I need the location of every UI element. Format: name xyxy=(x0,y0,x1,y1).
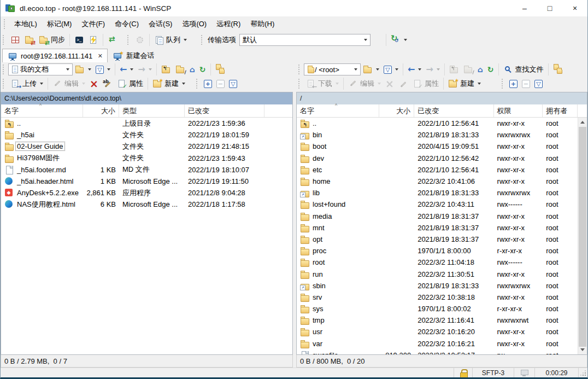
file-row[interactable]: proc 1970/1/1 8:00:00 r-xr-xr-x root xyxy=(297,245,578,256)
local-open-directory-button[interactable] xyxy=(73,62,93,77)
synchronize-button[interactable]: ⇄同步 xyxy=(37,33,67,47)
file-row[interactable]: .. 2022/1/10 12:56:41 rwxr-xr-x root xyxy=(297,118,578,129)
file-row[interactable]: 02-User Guide 文件夹 2022/1/19 21:48:15 xyxy=(1,141,292,152)
transfer-settings-button[interactable]: ↻↺ xyxy=(389,33,409,47)
remote-rename-button[interactable] xyxy=(396,77,410,91)
remote-select-filter-button[interactable]: ▽ xyxy=(532,77,545,91)
compare-directories-button[interactable]: ⇄ xyxy=(22,33,37,47)
remote-edit-button[interactable]: 编辑 xyxy=(346,77,383,91)
local-root-directory-button[interactable]: ∕ xyxy=(173,62,187,77)
maximize-button[interactable]: □ xyxy=(537,0,562,16)
remote-location-select[interactable]: / <root> xyxy=(304,63,361,75)
file-row[interactable]: Hi3798M固件 文件夹 2022/1/23 1:59:43 xyxy=(1,153,292,164)
menu-help[interactable]: 帮助(H) xyxy=(245,17,279,31)
file-row[interactable]: swapfile 819,200 2022/3/2 10:52:17 rw---… xyxy=(297,349,578,354)
file-row[interactable]: _h5ai 文件夹 2022/1/19 18:01:59 xyxy=(1,129,292,141)
file-row[interactable]: bin 2021/8/19 18:31:33 rwxrwxrwx root xyxy=(297,129,578,141)
remote-properties-button[interactable]: ✓属性 xyxy=(410,77,441,91)
file-row[interactable]: etc 2022/1/10 12:56:41 rwxr-xr-x root xyxy=(297,164,578,176)
file-row[interactable]: sbin 2021/8/19 18:31:33 rwxrwxrwx root xyxy=(297,280,578,291)
file-row[interactable]: opt 2021/8/19 18:31:37 rwxr-xr-x root xyxy=(297,234,578,245)
file-row[interactable]: media 2021/8/19 18:31:37 rwxr-xr-x root xyxy=(297,211,578,222)
settings-button[interactable] xyxy=(133,33,147,47)
file-row[interactable]: usr 2022/3/2 10:16:20 rwxr-xr-x root xyxy=(297,326,578,337)
remote-select-remove-button[interactable]: − xyxy=(520,77,532,91)
local-header-type[interactable]: 类型 xyxy=(119,104,185,117)
menu-grip[interactable] xyxy=(4,19,7,29)
close-button[interactable]: × xyxy=(562,0,587,16)
local-delete-button[interactable]: × xyxy=(87,77,101,91)
remote-root-directory-button[interactable]: ∕ xyxy=(461,62,475,77)
tab-session[interactable]: root@192.168.111.141 × xyxy=(2,49,108,62)
refresh-session-button[interactable]: ⇄ xyxy=(105,33,120,47)
remote-new-button[interactable]: ★新建 xyxy=(446,77,483,91)
file-row[interactable]: home 2022/3/2 10:41:06 rwxr-xr-x root xyxy=(297,176,578,187)
scroll-thumb[interactable] xyxy=(579,127,586,347)
local-path-bar[interactable]: C:\Users\ecoo\Documents\dl.ecoo.top\ xyxy=(1,92,292,104)
local-select-add-button[interactable]: + xyxy=(202,77,214,91)
local-edit-button[interactable]: 编辑 xyxy=(50,77,87,91)
local-select-remove-button[interactable]: − xyxy=(214,77,227,91)
file-row[interactable]: srv 2022/3/2 10:38:18 rwxr-xr-x root xyxy=(297,291,578,303)
file-row[interactable]: var 2022/3/2 10:16:21 rwxr-xr-x root xyxy=(297,338,578,349)
file-row[interactable]: mnt 2021/8/19 18:31:37 rwxr-xr-x root xyxy=(297,222,578,234)
local-parent-directory-button[interactable]: ↰ xyxy=(159,62,173,77)
remote-path-bar[interactable]: / xyxy=(297,92,587,104)
local-properties-button[interactable]: ✓属性 xyxy=(115,77,145,91)
file-row[interactable]: _h5ai.header.html 1 KB Microsoft Edge ..… xyxy=(1,176,292,187)
queue-button[interactable]: 队列 xyxy=(152,33,189,47)
remote-refresh-button[interactable]: ↻ xyxy=(485,62,496,77)
menu-file[interactable]: 文件(F) xyxy=(77,17,110,31)
scroll-up-icon[interactable] xyxy=(578,118,587,127)
remote-home-button[interactable]: ⌂ xyxy=(475,62,485,77)
toolbar-grip[interactable] xyxy=(3,35,5,45)
layout-button[interactable] xyxy=(8,33,22,47)
menu-mark[interactable]: 标记(M) xyxy=(42,17,77,31)
file-row[interactable]: lib 2021/8/19 18:31:33 rwxrwxrwx root xyxy=(297,187,578,199)
file-row[interactable]: _h5ai.footer.md 1 KB MD 文件 2022/1/19 18:… xyxy=(1,164,292,176)
menu-remote[interactable]: 远程(R) xyxy=(211,17,245,31)
remote-header-size[interactable]: 大小 xyxy=(379,104,414,117)
local-back-button[interactable]: ← xyxy=(117,62,136,77)
remote-header-changed[interactable]: 已改变 xyxy=(414,104,493,117)
remote-scrollbar[interactable] xyxy=(578,118,587,354)
transfer-profile-select[interactable]: 默认 xyxy=(239,34,371,46)
console-command-button[interactable] xyxy=(86,33,101,47)
resize-grip[interactable] xyxy=(579,368,587,377)
local-location-select[interactable]: 我的文档 xyxy=(8,63,73,75)
remote-delete-button[interactable]: × xyxy=(383,77,396,91)
file-row[interactable]: .. 上级目录 2022/1/23 1:59:36 xyxy=(1,118,292,129)
remote-select-add-button[interactable]: + xyxy=(507,77,520,91)
local-home-button[interactable]: ⌂ xyxy=(187,62,197,77)
tab-new-session[interactable]: ★ 新建会话 xyxy=(108,49,159,62)
remote-parent-directory-button[interactable]: ↰ xyxy=(447,62,461,77)
remote-back-button[interactable]: ← xyxy=(405,62,424,77)
file-row[interactable]: run 2022/3/2 11:30:51 rwxr-xr-x root xyxy=(297,268,578,279)
find-files-button[interactable]: 查找文件 xyxy=(501,62,546,77)
local-select-filter-button[interactable]: ▽ xyxy=(227,77,239,91)
menu-commands[interactable]: 命令(C) xyxy=(110,17,144,31)
file-row[interactable]: lost+found 2022/3/2 10:43:11 rwx------ r… xyxy=(297,199,578,210)
tab-close-icon[interactable]: × xyxy=(98,51,102,60)
file-row[interactable]: dev 2022/1/10 12:56:42 rwxr-xr-x root xyxy=(297,153,578,164)
local-new-button[interactable]: ★新建 xyxy=(150,77,187,91)
file-row[interactable]: AnyDesk+5.2.2.exe 2,861 KB 应用程序 2021/12/… xyxy=(1,187,292,199)
scroll-down-icon[interactable] xyxy=(578,345,587,354)
file-row[interactable]: tmp 2022/3/2 11:16:41 rwxrwxrwt root xyxy=(297,314,578,326)
menu-local[interactable]: 本地(L) xyxy=(9,17,42,31)
local-rename-button[interactable]: ab xyxy=(101,77,115,91)
local-forward-button[interactable]: → xyxy=(136,62,154,77)
local-follow-symlinks-button[interactable] xyxy=(213,62,227,77)
minimize-button[interactable]: – xyxy=(512,0,537,16)
local-refresh-button[interactable]: ↻ xyxy=(197,62,208,77)
remote-header-name[interactable]: 名字^ xyxy=(297,104,379,117)
remote-header-owner[interactable]: 拥有者 xyxy=(543,104,578,117)
file-row[interactable]: root 2022/3/2 11:04:18 rwx------ root xyxy=(297,256,578,268)
download-button[interactable]: ←下载 xyxy=(304,77,341,91)
remote-forward-button[interactable]: → xyxy=(424,62,442,77)
menu-session[interactable]: 会话(S) xyxy=(144,17,177,31)
file-row[interactable]: sys 1970/1/1 8:00:02 r-xr-xr-x root xyxy=(297,303,578,314)
open-terminal-button[interactable]: >_ xyxy=(72,33,86,47)
file-row[interactable]: boot 2020/4/15 19:09:51 rwxr-xr-x root xyxy=(297,141,578,152)
upload-button[interactable]: →上传 xyxy=(8,77,45,91)
